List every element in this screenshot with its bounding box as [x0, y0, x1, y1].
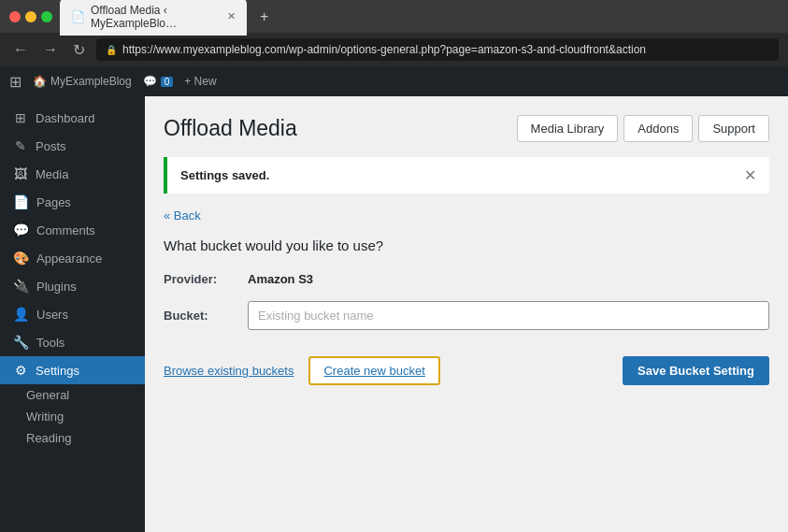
main-content: Offload Media Media Library Addons Suppo… [145, 96, 788, 532]
sidebar-item-users[interactable]: 👤 Users [0, 300, 145, 328]
pages-icon: 📄 [13, 194, 29, 209]
appearance-icon: 🎨 [13, 251, 29, 266]
sidebar-sub-label-general: General [26, 388, 69, 402]
browser-tab[interactable]: 📄 Offload Media ‹ MyExampleBlo… ✕ [60, 0, 247, 36]
wp-logo-icon[interactable]: ⊞ [9, 73, 21, 91]
sidebar-sub-general[interactable]: General [0, 384, 145, 406]
header-buttons: Media Library Addons Support [517, 115, 769, 142]
comment-icon: 💬 [143, 75, 157, 88]
sidebar-label-tools: Tools [36, 336, 64, 350]
support-button[interactable]: Support [698, 115, 769, 142]
addons-button[interactable]: Addons [623, 115, 693, 142]
sidebar-label-plugins: Plugins [36, 280, 77, 294]
browse-existing-button[interactable]: Browse existing buckets [164, 364, 294, 378]
left-actions: Browse existing buckets Create new bucke… [164, 356, 440, 385]
sidebar-item-settings[interactable]: ⚙ Settings [0, 356, 145, 384]
back-button[interactable]: ← [9, 37, 32, 62]
browser-address-bar: ← → ↻ 🔒 https://www.myexampleblog.com/wp… [0, 33, 788, 66]
browser-chrome: 📄 Offload Media ‹ MyExampleBlo… ✕ + [0, 0, 788, 33]
notice-close-button[interactable]: ✕ [744, 166, 756, 184]
tab-title: Offload Media ‹ MyExampleBlo… [91, 4, 222, 30]
sidebar-sub-reading[interactable]: Reading [0, 427, 145, 449]
tools-icon: 🔧 [13, 335, 29, 350]
sidebar-item-appearance[interactable]: 🎨 Appearance [0, 244, 145, 272]
actions-row: Browse existing buckets Create new bucke… [164, 345, 769, 389]
back-link[interactable]: « Back [164, 208, 201, 223]
close-dot[interactable] [9, 11, 21, 22]
sidebar-item-media[interactable]: 🖼 Media [0, 160, 145, 188]
bucket-question: What bucket would you like to use? [164, 237, 769, 253]
page-title: Offload Media [164, 116, 297, 141]
provider-label: Provider: [164, 272, 248, 286]
url-bar[interactable]: 🔒 https://www.myexampleblog.com/wp-admin… [96, 38, 779, 61]
dashboard-icon: ⊞ [13, 110, 28, 125]
comments-icon: 💬 [13, 223, 29, 237]
sidebar-label-appearance: Appearance [36, 252, 102, 266]
sidebar: ⊞ Dashboard ✎ Posts 🖼 Media 📄 Pages 💬 Co… [0, 96, 145, 532]
admin-bar-site-name: MyExampleBlog [50, 75, 132, 88]
wp-admin-wrapper: ⊞ 🏠 MyExampleBlog 💬 0 + New ⊞ Dashboard … [0, 66, 788, 532]
provider-value: Amazon S3 [248, 272, 313, 286]
bucket-row: Bucket: [164, 301, 769, 330]
posts-icon: ✎ [13, 138, 28, 153]
house-icon: 🏠 [33, 75, 47, 88]
save-bucket-setting-button[interactable]: Save Bucket Setting [623, 356, 769, 385]
plugins-icon: 🔌 [13, 279, 29, 294]
tab-favicon: 📄 [71, 10, 85, 23]
users-icon: 👤 [13, 307, 29, 322]
sidebar-sub-label-reading: Reading [26, 431, 71, 445]
success-notice: Settings saved. ✕ [164, 157, 769, 194]
bucket-input[interactable] [248, 301, 769, 330]
sidebar-label-posts: Posts [36, 139, 66, 153]
admin-bar-comments[interactable]: 💬 0 [143, 75, 174, 88]
media-library-button[interactable]: Media Library [517, 115, 619, 142]
sidebar-item-plugins[interactable]: 🔌 Plugins [0, 272, 145, 300]
sidebar-label-settings: Settings [36, 364, 79, 378]
url-text: https://www.myexampleblog.com/wp-admin/o… [122, 43, 646, 56]
sidebar-label-users: Users [36, 308, 68, 322]
sidebar-item-pages[interactable]: 📄 Pages [0, 188, 145, 216]
sidebar-item-tools[interactable]: 🔧 Tools [0, 328, 145, 356]
settings-icon: ⚙ [13, 363, 28, 378]
new-item-label: + New [184, 75, 216, 88]
admin-bar-new[interactable]: + New [184, 75, 216, 88]
new-tab-button[interactable]: + [254, 7, 274, 27]
create-new-bucket-button[interactable]: Create new bucket [308, 356, 439, 385]
wp-admin-bar: ⊞ 🏠 MyExampleBlog 💬 0 + New [0, 66, 788, 96]
browser-window-controls [9, 11, 52, 22]
sidebar-sub-writing[interactable]: Writing [0, 406, 145, 427]
sidebar-label-pages: Pages [36, 195, 71, 209]
tab-close-button[interactable]: ✕ [227, 10, 236, 22]
sidebar-sub-label-writing: Writing [26, 410, 64, 424]
sidebar-item-posts[interactable]: ✎ Posts [0, 132, 145, 160]
maximize-dot[interactable] [41, 11, 52, 22]
sidebar-item-comments[interactable]: 💬 Comments [0, 216, 145, 244]
forward-button[interactable]: → [39, 37, 62, 62]
notice-text: Settings saved. [180, 168, 269, 182]
admin-body: ⊞ Dashboard ✎ Posts 🖼 Media 📄 Pages 💬 Co… [0, 96, 788, 532]
page-header: Offload Media Media Library Addons Suppo… [164, 115, 769, 142]
refresh-button[interactable]: ↻ [69, 37, 89, 63]
sidebar-label-dashboard: Dashboard [36, 111, 95, 125]
sidebar-label-comments: Comments [36, 223, 95, 237]
admin-bar-site[interactable]: 🏠 MyExampleBlog [33, 75, 132, 88]
provider-row: Provider: Amazon S3 [164, 272, 769, 286]
minimize-dot[interactable] [25, 11, 36, 22]
media-icon: 🖼 [13, 166, 28, 181]
comment-count: 0 [161, 77, 174, 87]
sidebar-label-media: Media [36, 167, 68, 181]
sidebar-item-dashboard[interactable]: ⊞ Dashboard [0, 104, 145, 132]
bucket-label: Bucket: [164, 309, 248, 323]
lock-icon: 🔒 [106, 45, 117, 55]
